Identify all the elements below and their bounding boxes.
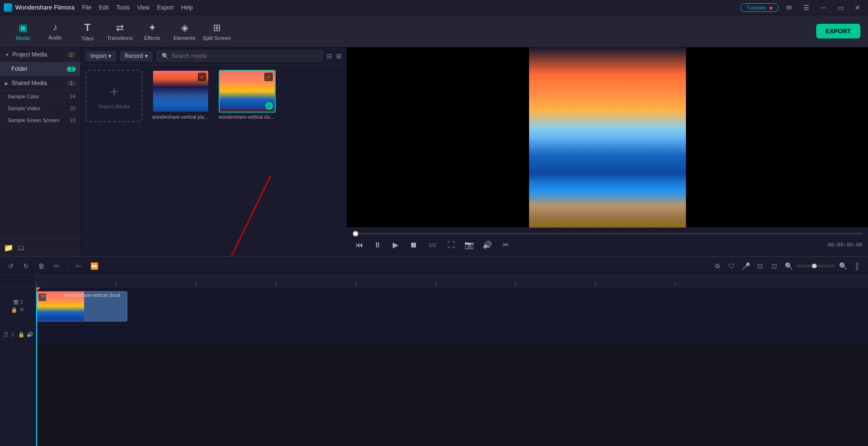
toolbar-titles-label: Titles (81, 36, 94, 41)
project-media-label: Project Media (12, 51, 47, 58)
sidebar-item-sample-green[interactable]: Sample Green Screen 10 (0, 114, 80, 126)
message-button[interactable]: ✉ (782, 2, 796, 13)
split-button[interactable]: ⊢ (73, 260, 85, 272)
media-item-1[interactable]: ⤢ ✓ wondershare-vertical clo... (219, 70, 276, 132)
sidebar-new-folder-button[interactable]: 🗂 (17, 243, 25, 252)
mic-button[interactable]: 🎤 (740, 260, 752, 272)
sidebar-item-project-media[interactable]: ▼ Project Media 2 (0, 47, 80, 62)
menu-file[interactable]: File (82, 4, 91, 11)
ruler-marks: 00:00:00:00 00:00:10:00 00:00:20:00 00:0… (36, 275, 755, 287)
media-thumb-0: ⤢ (152, 70, 209, 113)
redo-button[interactable]: ↻ (20, 260, 32, 272)
ruler-spacer (0, 275, 36, 287)
sidebar-folder-item[interactable]: Folder 2 (0, 62, 80, 76)
toolbar-transitions-label: Transitions (107, 35, 132, 41)
sidebar-add-folder-button[interactable]: 📁 (4, 243, 13, 252)
sidebar-item-sample-video[interactable]: Sample Video 20 (0, 103, 80, 114)
step-back-button[interactable]: ⏮ (353, 238, 366, 252)
export-button[interactable]: EXPORT (816, 24, 860, 38)
crop-button[interactable]: ✂ (499, 238, 512, 252)
zoom-in-button[interactable]: 🔍 (837, 260, 849, 272)
playhead[interactable] (36, 287, 37, 446)
sample-video-badge: 20 (70, 105, 76, 111)
toolbar-audio-label: Audio (48, 35, 62, 40)
settings-button[interactable]: ☰ (800, 2, 813, 13)
main-area: ▼ Project Media 2 Folder 2 ▶ Shared Medi… (0, 47, 868, 256)
record-button[interactable]: Record ▾ (120, 51, 153, 61)
media-panel: Import ▾ Record ▾ 🔍 ⊟ ⊞ + Import Media (81, 47, 347, 256)
audio-icon: ♪ (53, 22, 58, 33)
time-display: 00:00:00:00 (828, 242, 862, 248)
sidebar-item-shared-media[interactable]: ▶ Shared Media 1 (0, 76, 80, 91)
track-v1-lock-button[interactable]: 🔒 (11, 307, 18, 313)
titles-icon: T (84, 21, 90, 34)
menu-export[interactable]: Export (157, 4, 174, 11)
toolbar-effects[interactable]: ✦ Effects (137, 18, 167, 45)
track-v1-eye-button[interactable]: 👁 (19, 307, 25, 313)
notification-dot (770, 7, 772, 9)
close-button[interactable]: ✕ (851, 2, 864, 13)
restore-button[interactable]: ▭ (834, 2, 847, 13)
project-media-badge: 2 (67, 52, 76, 57)
fullscreen-preview-button[interactable]: ⛶ (444, 238, 458, 252)
expand-arrow-shared-icon: ▶ (5, 81, 9, 86)
import-media-label: Import Media (99, 104, 129, 109)
cut-button[interactable]: ✂ (50, 260, 63, 272)
caption-button[interactable]: ⊡ (754, 260, 766, 272)
preview-panel: ⏮ ⏸ ▶ ⏹ 1/2 ⛶ 📷 🔊 ✂ 00:00:00:00 (347, 47, 868, 256)
snapshot-button[interactable]: 📷 (463, 238, 476, 252)
clip-video-icon: 🎬 (39, 294, 46, 301)
undo-button[interactable]: ↺ (5, 260, 17, 272)
timeline-collapse-button[interactable]: ║ (851, 260, 863, 272)
media-icon: ▣ (19, 22, 28, 33)
volume-button[interactable]: 🔊 (481, 238, 494, 252)
tutorials-button[interactable]: Tutorials (740, 3, 779, 12)
track-a1-lock-button[interactable]: 🔒 (18, 332, 25, 338)
import-button[interactable]: Import ▾ (86, 51, 116, 61)
play-pause-button[interactable]: ⏸ (371, 238, 384, 252)
menu-tools[interactable]: Tools (116, 4, 130, 11)
speed-button[interactable]: ⏩ (88, 260, 100, 272)
media-item-0[interactable]: ⤢ wondershare-vertical pla... (152, 70, 209, 132)
expand-arrow-icon: ▼ (5, 52, 10, 57)
zoom-slider-handle[interactable] (812, 264, 817, 268)
search-input[interactable] (172, 53, 318, 59)
track-a1-speaker-button[interactable]: 🔊 (27, 332, 33, 338)
play-button[interactable]: ▶ (389, 238, 402, 252)
timeline-area: ↺ ↻ 🗑 ✂ ⊢ ⏩ ⚙ 🛡 🎤 ⊡ ⊡ 🔍 🔍 ║ (0, 256, 868, 446)
menu-edit[interactable]: Edit (99, 4, 109, 11)
stop-button[interactable]: ⏹ (407, 238, 420, 252)
track-label-v1: 🎬 1 🔒 👁 (0, 287, 36, 325)
fullscreen-icon-1: ⤢ (264, 73, 273, 81)
timeline-settings-button[interactable]: ⚙ (711, 260, 723, 272)
shield-button[interactable]: 🛡 (725, 260, 738, 272)
sample-green-label: Sample Green Screen (8, 117, 59, 123)
timeline-scroll-area[interactable]: 00:00:00:00 00:00:10:00 00:00:20:00 00:0… (36, 275, 868, 446)
grid-view-button[interactable]: ⊞ (336, 52, 342, 60)
filter-button[interactable]: ⊟ (327, 52, 332, 60)
toolbar-media[interactable]: ▣ Media (8, 18, 38, 45)
menu-view[interactable]: View (137, 4, 150, 11)
zoom-out-button[interactable]: 🔍 (782, 260, 795, 272)
effects-icon: ✦ (148, 22, 156, 33)
track-label-a1: 🎵 1 🔒 🔊 (0, 325, 36, 344)
minimize-button[interactable]: ─ (817, 2, 830, 13)
sample-color-badge: 24 (70, 94, 76, 99)
menu-help[interactable]: Help (181, 4, 193, 11)
import-media-tile[interactable]: + Import Media (86, 70, 143, 122)
toolbar-elements[interactable]: ◈ Elements (169, 18, 200, 45)
record-dropdown-icon: ▾ (145, 53, 148, 59)
progress-bar[interactable] (353, 233, 862, 235)
track-video-1: 🎬 wondershare-vertical cloud (36, 287, 868, 325)
toolbar-audio[interactable]: ♪ Audio (40, 18, 70, 45)
toolbar-titles[interactable]: T Titles (72, 18, 103, 45)
shared-media-label: Shared Media (11, 80, 47, 86)
split-screen-icon: ⊞ (213, 22, 221, 33)
toolbar-split-screen[interactable]: ⊞ Split Screen (202, 18, 232, 45)
video-clip-0[interactable]: 🎬 wondershare-vertical cloud (36, 291, 127, 322)
toolbar-transitions[interactable]: ⇄ Transitions (105, 18, 135, 45)
delete-button[interactable]: 🗑 (35, 260, 48, 272)
progress-handle[interactable] (353, 231, 358, 237)
sidebar-item-sample-color[interactable]: Sample Color 24 (0, 91, 80, 103)
fit-button[interactable]: ⊡ (768, 260, 781, 272)
